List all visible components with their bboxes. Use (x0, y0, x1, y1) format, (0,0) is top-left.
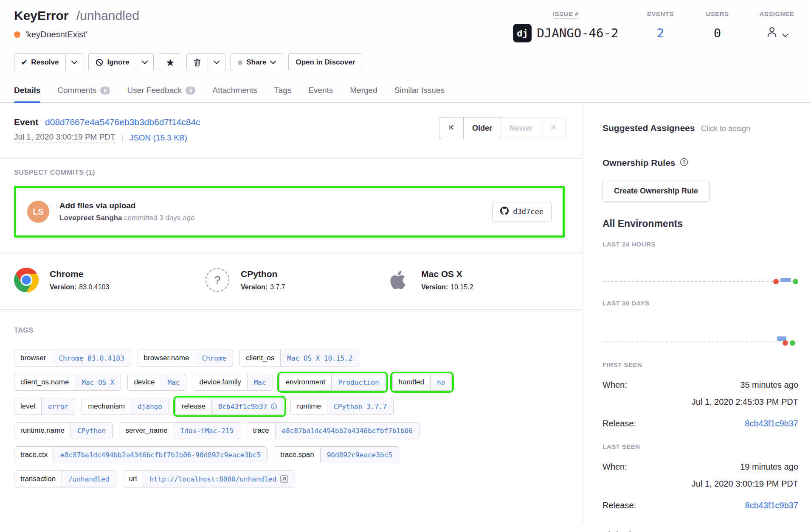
first-seen-heading: FIRST SEEN (603, 361, 798, 368)
event-id-block: Event d08d7667e4a5476eb3b3db6d7f14c84c J… (14, 117, 200, 143)
chrome-icon (14, 268, 39, 292)
tab-details[interactable]: Details (14, 86, 40, 102)
oldest-event-button[interactable] (439, 117, 464, 139)
stat-events: EVENTS 2 (645, 10, 675, 42)
meta-separator: | (121, 133, 124, 143)
last-seen-relative: 19 minutes ago (740, 462, 798, 473)
resolve-button[interactable]: ✔ Resolve (14, 53, 66, 71)
tags-heading: TAGS (14, 327, 569, 334)
suspect-commits-heading: SUSPECT COMMITS (1) (14, 169, 569, 176)
tag-pill-handled: handledno (392, 374, 452, 391)
event-bar (780, 278, 791, 282)
tag-pill-device: deviceMac (127, 374, 186, 391)
chevron-down-icon (782, 26, 788, 40)
event-timestamp: Jul 1, 2020 3:00:19 PM PDT (14, 132, 115, 143)
event-label: Event (14, 117, 38, 127)
tag-row: levelerror mechanismdjango release8cb43f… (14, 398, 569, 415)
share-status-dot (238, 60, 242, 65)
bookmark-star-button[interactable]: ★ (159, 53, 181, 71)
last-seen-marker (790, 340, 795, 346)
stat-events-label: EVENTS (647, 10, 674, 17)
suggested-assignees-block: Suggested Assignees Click to assign (603, 123, 798, 133)
resolve-dropdown-button[interactable] (66, 53, 83, 71)
tab-events[interactable]: Events (308, 86, 333, 102)
context-os-version: Version:10.15.2 (421, 283, 473, 291)
latest-event-button[interactable] (541, 117, 566, 139)
linked-issues-title: Linked Issues (603, 530, 798, 532)
stat-issue-value-row: dj DJANGO-46-2 (513, 24, 618, 42)
context-os-text: Mac OS X Version:10.15.2 (421, 269, 473, 291)
ignore-dropdown-button[interactable] (136, 53, 154, 71)
stat-users-label: USERS (706, 10, 729, 17)
last-24h-sparkline[interactable] (603, 248, 798, 285)
tag-pill-environment: environmentProduction (279, 374, 386, 391)
first-seen-marker (783, 340, 788, 346)
circle-slash-icon (96, 59, 103, 66)
ownership-rules-title: Ownership Rules (603, 158, 676, 168)
github-icon (500, 207, 509, 217)
apple-icon (386, 268, 410, 292)
share-button[interactable]: Share (231, 53, 283, 71)
users-count[interactable]: 0 (702, 24, 732, 42)
stat-assignee-label: ASSIGNEE (759, 10, 794, 17)
first-seen-release-link[interactable]: 8cb43f1c9b37 (745, 419, 798, 428)
tags-section: TAGS browserChrome 83.0.4103 browser.nam… (0, 309, 583, 500)
last-30d-sparkline[interactable] (603, 307, 798, 346)
event-json-link[interactable]: JSON (15.3 KB) (130, 133, 187, 143)
tab-similar-issues[interactable]: Similar Issues (394, 86, 445, 102)
tab-user-feedback[interactable]: User Feedback0 (127, 86, 195, 102)
context-browser-version: Version:83.0.4103 (50, 283, 109, 291)
content-area: Event d08d7667e4a5476eb3b3db6d7f14c84c J… (0, 103, 811, 524)
suggested-assignees-title: Suggested Assignees (603, 123, 695, 133)
event-pagination: Older Newer (439, 117, 566, 139)
last-seen-absolute: Jul 1, 2020 3:00:19 PM PDT (603, 479, 798, 489)
issue-culprit: /unhandled (76, 8, 139, 22)
delete-button[interactable] (186, 53, 208, 71)
tab-comments[interactable]: Comments0 (57, 86, 110, 102)
commit-author: Lovepreet Sangha (59, 214, 122, 222)
action-toolbar: ✔ Resolve Ignore ★ (0, 42, 811, 71)
ignore-button[interactable]: Ignore (88, 53, 136, 71)
tab-merged[interactable]: Merged (350, 86, 377, 102)
context-os: Mac OS X Version:10.15.2 (386, 268, 473, 292)
newer-event-button[interactable]: Newer (501, 117, 541, 139)
issue-title-block: KeyError /unhandled 'keyDoesntExist' (14, 8, 139, 39)
tab-attachments[interactable]: Attachments (212, 86, 257, 102)
create-ownership-rule-button[interactable]: Create Ownership Rule (603, 180, 710, 202)
delete-dropdown-button[interactable] (208, 53, 225, 71)
assignee-dropdown[interactable] (759, 24, 794, 42)
last-seen-heading: LAST SEEN (603, 443, 798, 450)
issue-message: 'keyDoesntExist' (25, 30, 87, 39)
info-icon[interactable] (270, 403, 277, 410)
context-os-name: Mac OS X (421, 269, 473, 279)
unknown-runtime-icon: ? (205, 268, 230, 292)
stat-users: USERS 0 (702, 10, 732, 42)
tag-pill-client-os-name: client_os.nameMac OS X (14, 374, 121, 391)
help-question-icon[interactable]: ? (680, 158, 688, 168)
issue-title: KeyError (14, 8, 68, 22)
event-id-link[interactable]: d08d7667e4a5476eb3b3db6d7f14c84c (45, 117, 200, 127)
tag-pill-browser: browserChrome 83.0.4103 (14, 350, 131, 367)
resolve-label: Resolve (31, 58, 59, 67)
commit-sha-button[interactable]: d3d7cee (492, 202, 552, 221)
tag-pill-trace-ctx: trace.ctxe8c87ba1dc494bb2a4346bcfbf7b1b0… (14, 446, 268, 463)
events-count[interactable]: 2 (645, 24, 675, 42)
context-runtime: ? CPython Version:3.7.7 (205, 268, 386, 292)
feedback-count-badge: 0 (186, 87, 195, 95)
tag-pill-server-name: server_nameIdos-iMac-215 (119, 422, 240, 439)
tab-tags[interactable]: Tags (274, 86, 291, 102)
open-in-discover-button[interactable]: Open in Discover (288, 53, 362, 71)
external-link-icon[interactable] (280, 475, 288, 483)
user-icon (765, 25, 779, 42)
when-label: When: (603, 462, 627, 472)
issue-title-line: KeyError /unhandled (14, 8, 139, 24)
release-label: Release: (603, 501, 636, 510)
older-event-button[interactable]: Older (463, 117, 501, 139)
issue-message-line: 'keyDoesntExist' (14, 30, 139, 39)
first-seen-marker (773, 279, 779, 284)
tag-pill-transaction: transaction/unhandled (14, 470, 116, 487)
issue-header: KeyError /unhandled 'keyDoesntExist' ISS… (0, 0, 811, 42)
last-seen-release-link[interactable]: 8cb43f1c9b37 (745, 501, 798, 510)
context-runtime-version: Version:3.7.7 (241, 283, 285, 291)
commit-subtitle: Lovepreet Sangha committed 3 days ago (59, 214, 492, 222)
